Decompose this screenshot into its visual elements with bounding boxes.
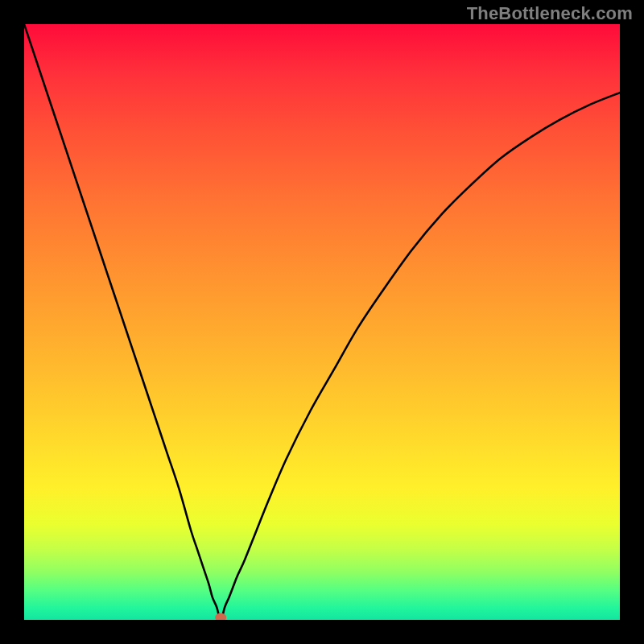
plot-area [24,24,620,620]
bottleneck-curve [24,24,620,620]
optimal-point-marker [215,613,226,621]
curve-svg [24,24,620,620]
watermark-text: TheBottleneck.com [467,3,633,24]
chart-frame: TheBottleneck.com [0,0,644,644]
